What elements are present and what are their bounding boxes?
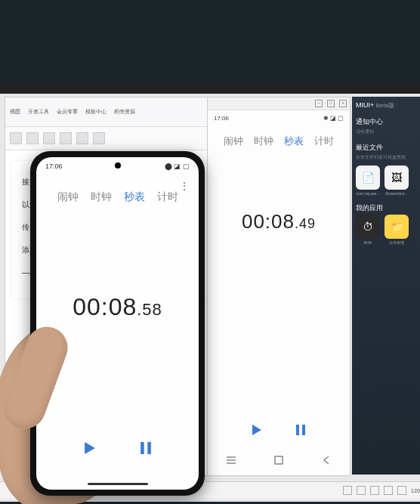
doc-menu-item[interactable]: 稻壳资源 (114, 108, 135, 116)
taskbar-icon[interactable] (370, 486, 379, 495)
miui-plus-panel: MIUI+ Beta版 通知中心 没有通知 最近文件 在本文件列表可快速查找 📄… (352, 97, 420, 475)
clock-app-icon: ⏱ (356, 215, 380, 239)
taskbar-icon[interactable] (397, 486, 406, 495)
nav-home-icon[interactable] (273, 455, 284, 465)
phone-mirror-window: – □ × 17:06 ✱ ◪ ▢ 闹钟 时钟 秒表 计时 00:08.49 (207, 97, 351, 476)
notification-center-title: 通知中心 (356, 117, 416, 127)
close-icon[interactable]: × (339, 100, 347, 107)
svg-rect-1 (302, 425, 305, 435)
tab-timer[interactable]: 计时 (157, 190, 178, 204)
physical-phone: 17:06 ⬤ ◪ ▢ ⋮ 闹钟 时钟 秒表 计时 00:08.58 (30, 151, 205, 496)
file-label: Screenshot... (384, 191, 409, 196)
doc-toolbar[interactable] (5, 127, 217, 150)
pause-lap-button[interactable] (290, 419, 311, 441)
taskbar-icon[interactable] (384, 486, 393, 495)
status-time: 17:06 (45, 162, 63, 170)
tab-stopwatch[interactable]: 秒表 (284, 135, 304, 148)
nav-menu-icon[interactable] (226, 455, 236, 465)
stopwatch-main: 00:08 (242, 210, 295, 233)
stopwatch-ms: .58 (137, 300, 162, 319)
miui-brand: MIUI+ Beta版 (356, 101, 416, 110)
toolbar-icon[interactable] (60, 132, 72, 144)
recent-file-tile[interactable]: 📄 com.caj.see... (356, 165, 380, 196)
window-titlebar[interactable]: – □ × (208, 97, 350, 110)
toolbar-icon[interactable] (26, 132, 39, 144)
file-label: com.caj.see... (356, 191, 380, 196)
app-label: 文件管理 (384, 240, 409, 245)
phone-screen[interactable]: 17:06 ⬤ ◪ ▢ ⋮ 闹钟 时钟 秒表 计时 00:08.58 (36, 157, 199, 490)
tab-alarm[interactable]: 闹钟 (224, 135, 243, 148)
doc-menu-bar[interactable]: 视图 开发工具 会员专享 模板中心 稻壳资源 (5, 97, 217, 127)
tab-stopwatch[interactable]: 秒表 (124, 190, 145, 204)
notification-empty-hint: 没有通知 (356, 128, 416, 135)
toolbar-icon[interactable] (43, 132, 55, 144)
play-icon (85, 442, 95, 454)
stopwatch-ms: .49 (295, 216, 316, 231)
file-icon: 🖼 (384, 165, 409, 190)
app-label: 时钟 (356, 240, 380, 245)
play-icon (252, 425, 261, 435)
file-icon: 📄 (356, 165, 380, 190)
doc-menu-item[interactable]: 视图 (10, 108, 20, 116)
toolbar-icon[interactable] (93, 132, 105, 144)
recent-files-hint: 在本文件列表可快速查找 (356, 154, 416, 161)
minimize-icon[interactable]: – (315, 100, 323, 107)
nav-back-icon[interactable] (321, 455, 332, 465)
stopwatch-display: 00:08.49 (208, 210, 350, 233)
tab-clock[interactable]: 时钟 (254, 135, 273, 148)
taskbar-icon[interactable] (357, 486, 366, 495)
tab-alarm[interactable]: 闹钟 (57, 190, 79, 204)
files-app-icon: 📁 (384, 215, 409, 239)
gesture-bar[interactable] (88, 483, 148, 485)
status-icons: ✱ ◪ ▢ (323, 115, 344, 122)
maximize-icon[interactable]: □ (327, 100, 335, 107)
tab-timer[interactable]: 计时 (314, 135, 334, 148)
zoom-level[interactable]: 120% (411, 488, 420, 493)
punch-hole-camera (115, 162, 121, 169)
svg-rect-4 (147, 442, 151, 454)
status-time: 17:06 (214, 115, 229, 122)
doc-menu-item[interactable]: 开发工具 (28, 108, 49, 116)
app-tile[interactable]: 📁 文件管理 (384, 215, 409, 245)
mirror-statusbar: 17:06 ✱ ◪ ▢ (208, 110, 350, 125)
svg-rect-3 (141, 442, 144, 454)
play-button[interactable] (77, 435, 103, 461)
pause-icon (295, 425, 306, 435)
android-navbar[interactable] (208, 450, 350, 471)
status-icons: ⬤ ◪ ▢ (165, 162, 190, 170)
toolbar-icon[interactable] (76, 132, 88, 144)
recent-file-tile[interactable]: 🖼 Screenshot... (384, 165, 409, 196)
doc-menu-item[interactable]: 会员专享 (57, 108, 78, 116)
my-apps-title: 我的应用 (356, 203, 416, 213)
svg-rect-2 (275, 456, 283, 464)
clock-tabs[interactable]: 闹钟 时钟 秒表 计时 (208, 125, 350, 157)
pause-lap-button[interactable] (133, 435, 159, 461)
clock-tabs[interactable]: 闹钟 时钟 秒表 计时 (36, 175, 199, 210)
stopwatch-main: 00:08 (73, 293, 137, 320)
more-menu-icon[interactable]: ⋮ (179, 180, 190, 192)
taskbar-icon[interactable] (343, 486, 352, 495)
stopwatch-display: 00:08.58 (36, 293, 199, 321)
tab-clock[interactable]: 时钟 (91, 190, 112, 204)
pause-icon (140, 442, 152, 454)
app-tile[interactable]: ⏱ 时钟 (356, 215, 380, 245)
toolbar-icon[interactable] (10, 132, 22, 144)
recent-files-title: 最近文件 (356, 143, 416, 153)
svg-rect-0 (296, 425, 299, 435)
doc-menu-item[interactable]: 模板中心 (85, 108, 107, 116)
play-button[interactable] (246, 419, 267, 441)
